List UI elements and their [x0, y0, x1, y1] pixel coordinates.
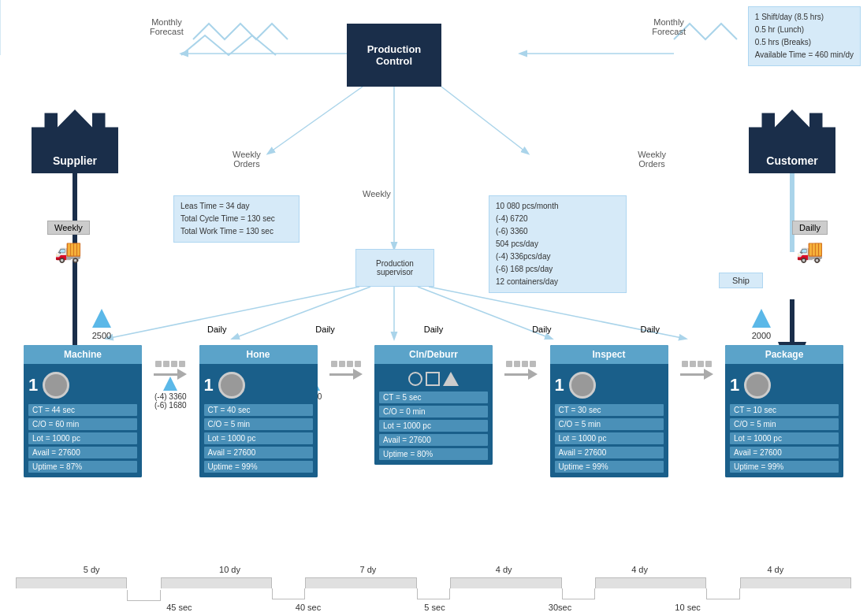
daily-labels-row: Daily Daily Daily Daily Daily — [0, 325, 867, 334]
machine-uptime: Uptime = 87% — [28, 461, 137, 473]
production-control-box: ProductionControl — [347, 24, 441, 87]
supplier-label: Supplier — [53, 154, 97, 167]
prod-line3: (-6) 3360 — [496, 225, 620, 238]
production-rate-info-box: 10 080 pcs/month (-4) 6720 (-6) 3360 504… — [489, 195, 627, 293]
process-inspect: Inspect 1 CT = 30 sec C/O = 5 min Lot = … — [550, 345, 668, 477]
weekly-orders-right-label: Weekly Orders — [638, 150, 666, 169]
truck-left: Weekly 🚚 — [47, 221, 90, 264]
daily-label-5: Daily — [641, 325, 660, 334]
tl-sec-0: 45 sec — [166, 603, 192, 612]
daily-label-2: Daily — [315, 325, 334, 334]
tl-seg-5-up — [740, 577, 851, 601]
hone-ct: CT = 40 sec — [204, 404, 313, 416]
lead-time-line2: Total Cycle Time = 130 sec — [180, 213, 292, 225]
process-package-num: 1 — [730, 375, 739, 395]
process-cln: Cln/Deburr CT = 5 sec C/O = 0 min Lot = … — [374, 345, 493, 465]
prod-line5: (-4) 336pcs/day — [496, 250, 620, 263]
process-machine: Machine 1 CT = 44 sec C/O = 60 min Lot =… — [24, 345, 142, 477]
prod-line6: (-6) 168 pcs/day — [496, 263, 620, 276]
machine-ct: CT = 44 sec — [28, 404, 137, 416]
lead-time-line3: Total Work Time = 130 sec — [180, 225, 292, 238]
inspect-circle-icon — [569, 372, 596, 399]
customer-label: Customer — [766, 154, 817, 167]
process-cln-header: Cln/Deburr — [374, 345, 493, 364]
inspect-avail: Avail = 27600 — [555, 447, 664, 458]
process-hone-num: 1 — [204, 375, 214, 395]
tl-day-1: 10 dy — [219, 565, 240, 574]
svg-line-3 — [268, 87, 363, 154]
weekly-orders-left-label: Weekly Orders — [233, 150, 261, 169]
tl-seg-2-up — [305, 577, 416, 601]
process-package: Package 1 CT = 10 sec C/O = 5 min Lot = … — [725, 345, 843, 477]
timeline-bars — [0, 577, 867, 601]
tl-seg-1-up — [161, 577, 272, 601]
shift-info-box: 1 Shift/day (8.5 hrs) 0.5 hr (Lunch) 0.5… — [748, 6, 861, 66]
production-control-label: ProductionControl — [367, 43, 422, 67]
prod-line4: 504 pcs/day — [496, 238, 620, 250]
prod-line7: 12 containers/day — [496, 276, 620, 288]
inspect-lot: Lot = 1000 pc — [555, 432, 664, 444]
machine-circle-icon — [43, 372, 69, 399]
cln-lot: Lot = 1000 pc — [379, 420, 488, 432]
tl-seg-3-down — [562, 577, 595, 601]
tl-seg-1-down — [272, 577, 305, 601]
tl-sec-3: 30sec — [549, 603, 571, 612]
tl-day-0: 5 dy — [84, 565, 100, 574]
inventory-left: 2500 — [91, 307, 113, 340]
process-machine-header: Machine — [24, 345, 142, 364]
prod-line1: 10 080 pcs/month — [496, 200, 620, 213]
process-row: Machine 1 CT = 44 sec C/O = 60 min Lot =… — [24, 345, 843, 477]
package-co: C/O = 5 min — [730, 418, 839, 430]
tl-day-3: 4 dy — [496, 565, 512, 574]
machine-lot: Lot = 1000 pc — [28, 432, 137, 444]
tl-seg-0-down — [127, 577, 160, 601]
truck-left-icon: 🚚 — [54, 238, 82, 264]
cln-co: C/O = 0 min — [379, 406, 488, 417]
cln-shape-square — [426, 372, 440, 386]
process-hone-header: Hone — [199, 345, 318, 364]
tl-seg-4-up — [595, 577, 706, 601]
lead-time-info-box: Leas Time = 34 day Total Cycle Time = 13… — [173, 195, 300, 243]
tl-day-5: 4 dy — [767, 565, 783, 574]
cln-shape-circle — [408, 372, 422, 386]
weekly-center-label: Weekly — [363, 189, 391, 199]
daily-label-1: Daily — [207, 325, 226, 334]
daily-label-3: Daily — [424, 325, 443, 334]
tl-day-2: 7 dy — [360, 565, 377, 574]
cln-shapes — [379, 369, 488, 389]
machine-avail: Avail = 27600 — [28, 447, 137, 458]
inventory-right: 2000 — [750, 307, 772, 340]
timeline: 5 dy 10 dy 7 dy 4 dy 4 dy 4 dy — [0, 565, 867, 612]
truck-right-label: Dailly — [792, 221, 828, 235]
package-circle-icon — [744, 372, 771, 399]
package-uptime: Uptime = 99% — [730, 461, 839, 473]
monthly-forecast-left: Monthly Forecast — [150, 17, 184, 36]
process-inspect-num: 1 — [555, 375, 564, 395]
package-avail: Avail = 27600 — [730, 447, 839, 458]
cln-shape-triangle — [443, 372, 459, 386]
tl-seg-2-down — [417, 577, 450, 601]
arrow-4 — [680, 361, 713, 380]
arrow-1 — [154, 361, 187, 380]
inspect-co: C/O = 5 min — [555, 418, 664, 430]
tl-sec-4: 10 sec — [675, 603, 700, 612]
process-package-header: Package — [725, 345, 843, 364]
shift-info-line4: Available Time = 460 min/dy — [755, 49, 854, 61]
hone-lot: Lot = 1000 pc — [204, 432, 313, 444]
hone-avail: Avail = 27600 — [204, 447, 313, 458]
production-supervisor-box: Production supervisor — [355, 249, 434, 287]
arrow-3 — [504, 361, 538, 380]
timeline-secs-row: 45 sec 40 sec 5 sec 30sec 10 sec — [0, 603, 867, 612]
cln-ct: CT = 5 sec — [379, 391, 488, 403]
prod-line2: (-4) 6720 — [496, 213, 620, 225]
lead-time-line1: Leas Time = 34 day — [180, 200, 292, 213]
truck-right-icon: 🚚 — [796, 238, 824, 264]
process-hone: Hone 1 CT = 40 sec C/O = 5 min Lot = 100… — [199, 345, 318, 477]
ship-label: Ship — [719, 273, 763, 288]
monthly-forecast-right: Monthly Forecast — [652, 17, 686, 36]
arrow-2 — [329, 361, 363, 380]
tl-seg-0-up — [16, 577, 127, 601]
hone-co: C/O = 5 min — [204, 418, 313, 430]
package-ct: CT = 10 sec — [730, 404, 839, 416]
package-lot: Lot = 1000 pc — [730, 432, 839, 444]
